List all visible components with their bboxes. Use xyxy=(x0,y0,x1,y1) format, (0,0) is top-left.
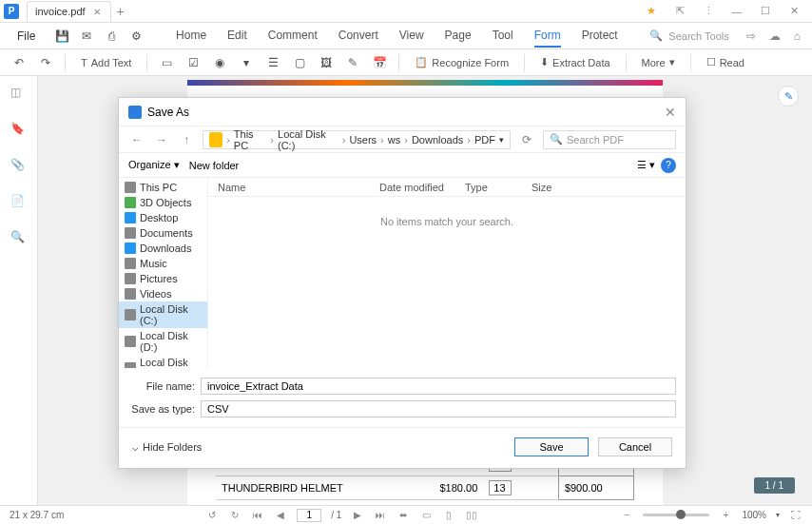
list-header: Name Date modified Type Size xyxy=(208,178,686,197)
button-button[interactable]: ▢ xyxy=(288,51,311,74)
zoom-in-icon[interactable]: + xyxy=(719,509,732,522)
layers-icon[interactable]: 📄 xyxy=(10,194,28,211)
share-icon[interactable]: ⇱ xyxy=(673,5,686,18)
dropdown-button[interactable]: ▾ xyxy=(235,51,258,74)
more-button[interactable]: More ▾ xyxy=(634,56,683,68)
checkbox-button[interactable]: ☑ xyxy=(182,51,204,74)
add-tab-button[interactable]: + xyxy=(117,4,125,19)
search-icon[interactable]: 🔍 xyxy=(10,230,28,247)
home-icon[interactable]: ⌂ xyxy=(794,29,801,43)
export-icon[interactable]: ⇨ xyxy=(746,29,756,43)
date-button[interactable]: 📅 xyxy=(368,51,391,74)
zoom-slider[interactable] xyxy=(643,514,709,516)
tab-edit[interactable]: Edit xyxy=(227,25,247,48)
tab-convert[interactable]: Convert xyxy=(338,25,378,48)
saveastype-input[interactable] xyxy=(201,400,676,417)
floating-tool-icon[interactable]: ✎ xyxy=(778,86,799,107)
hide-folders-button[interactable]: ⌵ Hide Folders xyxy=(132,441,202,454)
tree-item-disk-c[interactable]: Local Disk (C:) xyxy=(119,301,207,328)
fit-page-icon[interactable]: ▭ xyxy=(419,509,433,522)
image-button[interactable]: 🖼 xyxy=(315,51,338,74)
extract-data-button[interactable]: ⬇ Extract Data xyxy=(532,56,618,68)
file-menu[interactable]: File xyxy=(11,29,41,43)
view-options-icon[interactable]: ☰ ▾ xyxy=(637,159,655,171)
close-window-button[interactable]: ✕ xyxy=(787,5,801,18)
cancel-button[interactable]: Cancel xyxy=(598,437,672,456)
tab-tool[interactable]: Tool xyxy=(493,25,513,48)
settings-icon[interactable]: ⚙ xyxy=(128,29,144,44)
document-tab[interactable]: invoice.pdf ✕ xyxy=(27,1,111,22)
last-page-icon[interactable]: ⏭ xyxy=(374,509,387,522)
attachments-icon[interactable]: 📎 xyxy=(10,158,28,175)
bookmarks-icon[interactable]: 🔖 xyxy=(10,122,28,139)
tab-form[interactable]: Form xyxy=(534,25,561,48)
text-field-button[interactable]: ▭ xyxy=(155,51,178,74)
tree-item-music[interactable]: Music xyxy=(119,256,207,271)
nav-forward-icon[interactable]: → xyxy=(153,131,170,148)
rotate-right-icon[interactable]: ↻ xyxy=(228,509,242,522)
star-icon[interactable]: ★ xyxy=(645,5,658,18)
tab-protect[interactable]: Protect xyxy=(582,25,618,48)
search-tools[interactable]: 🔍 Search Tools xyxy=(649,29,728,42)
fullscreen-icon[interactable]: ⛶ xyxy=(789,509,802,522)
zoom-dropdown-icon[interactable]: ▾ xyxy=(776,511,780,519)
tree-item-3d-objects[interactable]: 3D Objects xyxy=(119,195,207,210)
folder-tree[interactable]: This PC 3D Objects Desktop Documents Dow… xyxy=(119,178,208,368)
organize-button[interactable]: Organize ▾ xyxy=(128,159,180,171)
new-folder-button[interactable]: New folder xyxy=(189,160,240,171)
save-icon[interactable]: 💾 xyxy=(54,29,69,44)
tree-item-this-pc[interactable]: This PC xyxy=(119,180,207,195)
refresh-icon[interactable]: ⟳ xyxy=(518,131,535,148)
filename-input[interactable] xyxy=(201,378,676,395)
tree-item-downloads[interactable]: Downloads xyxy=(119,241,207,256)
rotate-left-icon[interactable]: ↺ xyxy=(205,509,219,522)
nav-up-icon[interactable]: ↑ xyxy=(178,131,195,148)
tree-item-desktop[interactable]: Desktop xyxy=(119,210,207,225)
tab-comment[interactable]: Comment xyxy=(268,25,318,48)
column-type[interactable]: Type xyxy=(455,182,522,193)
redo-button[interactable]: ↷ xyxy=(34,51,57,74)
search-folder-input[interactable]: 🔍 Search PDF xyxy=(543,130,676,149)
help-icon[interactable]: ? xyxy=(661,158,676,173)
dialog-close-button[interactable]: ✕ xyxy=(665,105,676,120)
breadcrumb[interactable]: › This PC› Local Disk (C:)› Users› ws› D… xyxy=(203,130,511,149)
add-text-button[interactable]: T Add Text xyxy=(73,57,139,68)
zoom-out-icon[interactable]: − xyxy=(620,509,633,522)
radio-button[interactable]: ◉ xyxy=(208,51,231,74)
nav-back-icon[interactable]: ← xyxy=(128,131,145,148)
save-button[interactable]: Save xyxy=(514,437,589,456)
close-tab-icon[interactable]: ✕ xyxy=(93,7,101,17)
breadcrumb-dropdown-icon[interactable]: ▾ xyxy=(499,135,504,145)
column-date[interactable]: Date modified xyxy=(370,182,455,193)
tree-item-pictures[interactable]: Pictures xyxy=(119,271,207,286)
tree-item-disk-d[interactable]: Local Disk (D:) xyxy=(119,328,207,355)
tab-page[interactable]: Page xyxy=(445,25,472,48)
undo-button[interactable]: ↶ xyxy=(8,51,30,74)
next-page-icon[interactable]: ▶ xyxy=(351,509,364,522)
tab-view[interactable]: View xyxy=(399,25,424,48)
cloud-icon[interactable]: ☁ xyxy=(769,29,781,43)
column-name[interactable]: Name xyxy=(208,182,370,193)
left-sidebar: ◫ 🔖 📎 📄 🔍 xyxy=(0,76,38,505)
thumbnails-icon[interactable]: ◫ xyxy=(10,86,28,103)
maximize-button[interactable]: ☐ xyxy=(759,5,772,18)
single-page-icon[interactable]: ▯ xyxy=(442,509,455,522)
print-icon[interactable]: ⎙ xyxy=(104,29,119,44)
more-icon[interactable]: ⋮ xyxy=(702,5,715,18)
tree-item-documents[interactable]: Documents xyxy=(119,225,207,241)
minimize-button[interactable]: — xyxy=(730,5,744,18)
first-page-icon[interactable]: ⏮ xyxy=(251,509,264,522)
mail-icon[interactable]: ✉ xyxy=(79,29,94,44)
prev-page-icon[interactable]: ◀ xyxy=(274,509,287,522)
two-page-icon[interactable]: ▯▯ xyxy=(465,509,478,522)
recognize-form-button[interactable]: 📋 Recognize Form xyxy=(407,56,516,68)
column-size[interactable]: Size xyxy=(522,182,579,193)
tab-home[interactable]: Home xyxy=(176,25,206,48)
read-button[interactable]: ☐ Read xyxy=(699,56,752,68)
tree-item-videos[interactable]: Videos xyxy=(119,286,207,301)
fit-width-icon[interactable]: ⬌ xyxy=(396,509,410,522)
tree-item-disk-e[interactable]: Local Disk (E:) xyxy=(119,355,207,368)
list-button[interactable]: ☰ xyxy=(261,51,284,74)
page-input[interactable] xyxy=(297,509,321,522)
signature-button[interactable]: ✎ xyxy=(341,51,364,74)
